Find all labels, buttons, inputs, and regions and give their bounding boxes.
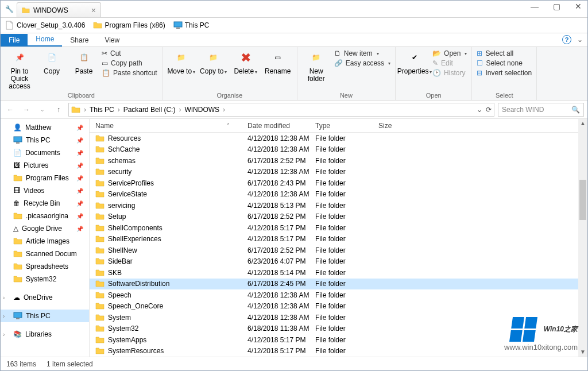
sidebar-item[interactable]: System32 (1, 273, 89, 285)
table-row[interactable]: servicing4/12/2018 5:13 PMFile folder (90, 200, 587, 211)
scroll-down-icon[interactable]: ▼ (578, 347, 587, 357)
table-row[interactable]: ShellComponents4/12/2018 5:17 PMFile fol… (90, 222, 587, 234)
pin-quickaccess-button[interactable]: 📌Pin to Quick access (5, 49, 34, 91)
column-size[interactable]: Size (373, 122, 419, 130)
sidebar-item[interactable]: This PC📌 (1, 134, 89, 146)
copy-to-button[interactable]: 📁Copy to▾ (199, 49, 228, 75)
sidebar-item[interactable]: ›📚Libraries (1, 328, 89, 341)
address-bar[interactable]: › This PC › Packard Bell (C:) › WINDOWS … (68, 103, 494, 117)
chevron-icon[interactable]: › (3, 331, 5, 338)
scroll-thumb[interactable] (579, 180, 586, 220)
table-row[interactable]: schemas6/17/2018 2:52 PMFile folder (90, 155, 587, 167)
chevron-right-icon[interactable]: › (176, 106, 183, 114)
scrollbar[interactable]: ▲ ▼ (578, 119, 587, 357)
cut-button[interactable]: ✂Cut (102, 49, 157, 57)
table-row[interactable]: ShellNew6/17/2018 2:52 PMFile folder (90, 245, 587, 256)
forward-button[interactable]: → (20, 103, 33, 116)
chevron-icon[interactable]: › (3, 295, 5, 301)
file-type: File folder (310, 347, 373, 355)
tab-view[interactable]: View (96, 34, 127, 47)
chevron-right-icon[interactable]: › (115, 106, 122, 114)
table-row[interactable]: Speech4/12/2018 12:38 AMFile folder (90, 289, 587, 301)
delete-button[interactable]: ✖Delete▾ (231, 49, 260, 75)
table-row[interactable]: ServiceProfiles6/17/2018 2:43 PMFile fol… (90, 177, 587, 189)
table-row[interactable]: ServiceState4/12/2018 12:38 AMFile folde… (90, 189, 587, 200)
help-icon[interactable]: ? (562, 35, 571, 44)
tab-home[interactable]: Home (28, 33, 62, 47)
edit-button[interactable]: ✎Edit (432, 59, 467, 67)
minimize-button[interactable]: — (529, 2, 540, 11)
wrench-icon[interactable]: 🔧 (5, 5, 13, 13)
tab-share[interactable]: Share (62, 34, 96, 47)
file-date: 4/12/2018 12:38 AM (242, 168, 310, 176)
sidebar-item[interactable]: 📄Documents📌 (1, 146, 89, 159)
table-row[interactable]: SideBar6/23/2016 4:07 PMFile folder (90, 256, 587, 268)
sidebar-label: .picasaorigina (26, 212, 68, 220)
collapse-ribbon-icon[interactable]: ⌄ (577, 36, 583, 44)
table-row[interactable]: Speech_OneCore4/12/2018 12:38 AMFile fol… (90, 301, 587, 312)
close-tab-icon[interactable]: × (91, 6, 96, 15)
column-name[interactable]: Name˄ (90, 122, 242, 130)
breadcrumb-item[interactable]: WINDOWS (184, 106, 219, 114)
sidebar-item[interactable]: ›This PC (1, 310, 89, 322)
column-type[interactable]: Type (310, 122, 373, 130)
table-row[interactable]: Resources4/12/2018 12:38 AMFile folder (90, 133, 587, 144)
sidebar-item[interactable]: Program Files📌 (1, 172, 89, 184)
file-name: SystemResources (108, 347, 164, 355)
close-button[interactable]: ✕ (572, 2, 584, 11)
easy-access-button[interactable]: 🔗Easy access▾ (334, 59, 390, 67)
chevron-icon[interactable]: › (3, 313, 5, 319)
chevron-right-icon[interactable]: › (220, 106, 227, 114)
copy-path-button[interactable]: ▭Copy path (102, 59, 157, 67)
new-item-button[interactable]: 🗋New item▾ (334, 49, 390, 57)
chevron-down-icon: ▾ (430, 69, 432, 75)
bookmark-item[interactable]: This PC (173, 21, 210, 30)
table-row[interactable]: ShellExperiences4/12/2018 5:17 PMFile fo… (90, 234, 587, 245)
copy-button[interactable]: 📄Copy (37, 49, 66, 75)
file-date: 4/12/2018 12:38 AM (242, 145, 310, 153)
sidebar-item[interactable]: Article Images (1, 235, 89, 248)
new-folder-button[interactable]: 📁New folder (302, 49, 331, 83)
table-row[interactable]: Setup6/17/2018 2:52 PMFile folder (90, 211, 587, 223)
history-button[interactable]: 🕑History (432, 69, 467, 77)
paste-shortcut-button[interactable]: 📋Paste shortcut (102, 69, 157, 77)
scroll-up-icon[interactable]: ▲ (578, 119, 587, 128)
open-button[interactable]: 📂Open▾ (432, 49, 467, 57)
column-date[interactable]: Date modified (242, 122, 310, 130)
search-input[interactable]: Search WIND 🔍 (498, 103, 584, 117)
breadcrumb-item[interactable]: Packard Bell (C:) (123, 106, 176, 114)
rename-button[interactable]: ▭Rename (264, 49, 292, 75)
window-tab[interactable]: WINDOWS × (17, 2, 101, 17)
sidebar-item[interactable]: 👤Matthew📌 (1, 121, 89, 134)
sidebar-item[interactable]: 🖼Pictures📌 (1, 159, 89, 172)
table-row[interactable]: SoftwareDistribution6/17/2018 2:45 PMFil… (90, 279, 587, 290)
maximize-button[interactable]: ▢ (551, 2, 562, 11)
sidebar-item[interactable]: 🗑Recycle Bin📌 (1, 197, 89, 210)
table-row[interactable]: security4/12/2018 12:38 AMFile folder (90, 167, 587, 178)
sidebar-item[interactable]: .picasaorigina📌 (1, 210, 89, 222)
bookmark-item[interactable]: Clover_Setup_3.0.406 (5, 21, 85, 30)
recent-dropdown[interactable]: ⌄ (36, 103, 49, 116)
sidebar-item[interactable]: ›☁OneDrive (1, 291, 89, 304)
properties-button[interactable]: ✔Properties▾ (400, 49, 429, 75)
bookmark-item[interactable]: Program Files (x86) (93, 21, 165, 30)
invert-selection-button[interactable]: ⊟Invert selection (477, 69, 532, 77)
select-none-button[interactable]: ☐Select none (477, 59, 532, 67)
sidebar-item[interactable]: Spreadsheets (1, 260, 89, 273)
sidebar-item[interactable]: Scanned Docum (1, 248, 89, 260)
refresh-icon[interactable]: ⟳ (486, 106, 492, 114)
up-button[interactable]: ↑ (52, 103, 65, 116)
paste-button[interactable]: 📋Paste (69, 49, 98, 75)
sidebar-item[interactable]: △Google Drive📌 (1, 222, 89, 235)
breadcrumb-item[interactable]: This PC (90, 106, 114, 114)
file-date: 6/17/2018 2:52 PM (242, 246, 310, 254)
sidebar-item[interactable]: 🎞Videos📌 (1, 184, 89, 197)
chevron-right-icon[interactable]: › (82, 106, 88, 114)
table-row[interactable]: SKB4/12/2018 5:14 PMFile folder (90, 267, 587, 279)
address-dropdown-icon[interactable]: ⌄ (477, 106, 482, 114)
back-button[interactable]: ← (4, 103, 17, 116)
table-row[interactable]: SchCache4/12/2018 12:38 AMFile folder (90, 144, 587, 156)
select-all-button[interactable]: ⊞Select all (477, 49, 532, 57)
move-to-button[interactable]: 📁Move to▾ (167, 49, 196, 75)
tab-file[interactable]: File (1, 34, 28, 47)
